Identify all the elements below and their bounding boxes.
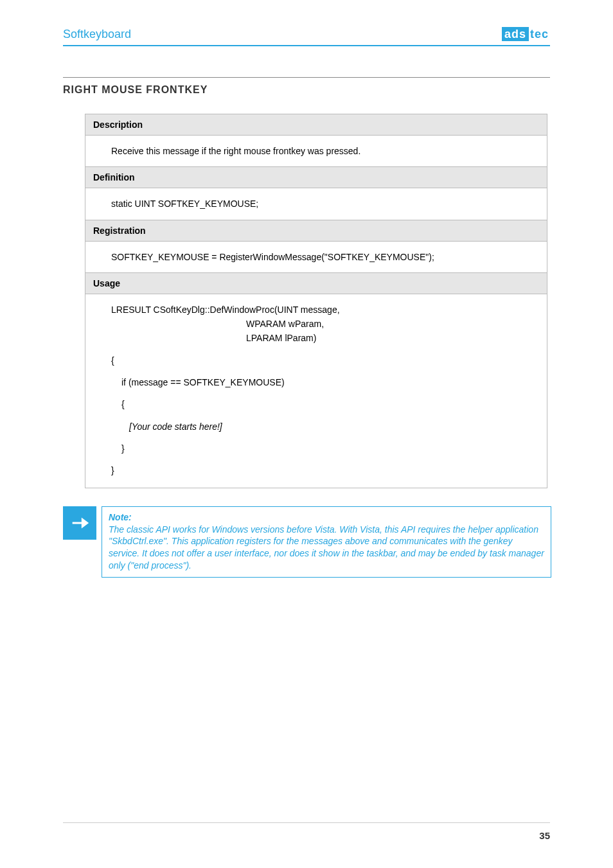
description-body: Receive this message if the right mouse … [85,136,547,166]
page-container: Softkeyboard ads tec RIGHT MOUSE FRONTKE… [0,0,613,868]
usage-header: Usage [85,272,547,294]
code-line: [Your code starts here!] [111,420,539,433]
usage-body: LRESULT CSoftKeyDlg::DefWindowProc(UINT … [85,294,547,488]
logo-box-text: ads [502,27,529,41]
note-arrow-icon [63,506,96,540]
note-text-box: Note: The classic API works for Windows … [102,506,551,578]
note-title: Note: [109,512,544,522]
logo-suffix-text: tec [529,27,550,41]
section-heading: RIGHT MOUSE FRONTKEY [63,77,550,96]
product-name: Softkeyboard [63,28,131,41]
code-line: LPARAM lParam) [111,332,539,344]
page-number: 35 [539,830,550,841]
definition-header: Definition [85,166,547,188]
api-table: Description Receive this message if the … [85,114,547,488]
code-line: } [111,442,539,455]
definition-body: static UINT SOFTKEY_KEYMOUSE; [85,188,547,219]
code-line: if (message == SOFTKEY_KEYMOUSE) [111,376,539,389]
note-callout: Note: The classic API works for Windows … [63,506,551,578]
registration-body: SOFTKEY_KEYMOUSE = RegisterWindowMessage… [85,242,547,272]
brand-logo: ads tec [502,27,550,41]
note-body: The classic API works for Windows versio… [109,524,544,572]
code-line: LRESULT CSoftKeyDlg::DefWindowProc(UINT … [111,303,539,316]
code-line: WPARAM wParam, [111,317,539,330]
code-line: { [111,398,539,411]
registration-header: Registration [85,220,547,242]
code-line: } [111,464,539,477]
code-line: { [111,354,539,367]
page-header: Softkeyboard ads tec [63,27,550,46]
footer-divider [63,822,550,823]
description-header: Description [85,114,547,136]
arrow-right-icon [69,512,91,534]
